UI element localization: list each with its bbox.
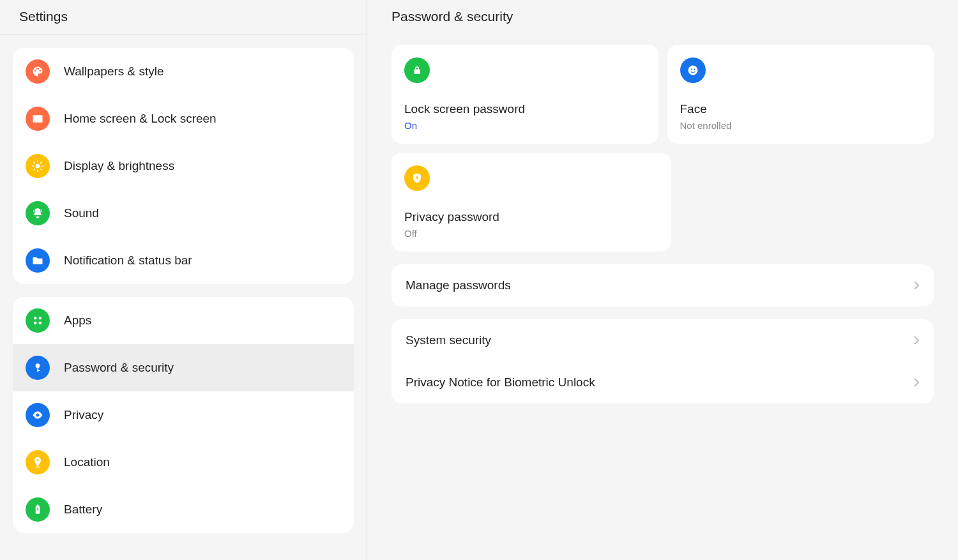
svg-rect-15 [416, 178, 418, 179]
shield-icon [404, 165, 430, 191]
sidebar-item-sound[interactable]: Sound [13, 190, 354, 237]
sidebar-item-label: Wallpapers & style [64, 64, 164, 79]
svg-point-8 [35, 466, 40, 468]
list-label: Manage passwords [406, 278, 511, 292]
sidebar-item-label: Sound [64, 206, 99, 220]
sidebar-item-label: Privacy [64, 408, 103, 422]
svg-point-13 [694, 68, 695, 70]
sidebar-item-wallpapers[interactable]: Wallpapers & style [13, 48, 354, 95]
chevron-right-icon [913, 335, 920, 345]
list-card-1: Manage passwords [392, 264, 934, 306]
sidebar-group-2: Apps Password & security Privacy Locatio… [13, 297, 354, 533]
card-status: Not enrolled [680, 120, 922, 131]
folder-icon [26, 248, 50, 273]
sidebar-item-notification[interactable]: Notification & status bar [13, 237, 354, 284]
image-icon [26, 107, 50, 131]
detail-pane: Password & security Lock screen password… [367, 0, 958, 560]
sidebar-item-label: Home screen & Lock screen [64, 112, 217, 126]
svg-point-5 [36, 363, 40, 368]
lock-icon [404, 57, 430, 83]
pin-icon [26, 450, 50, 474]
sidebar-group-1: Wallpapers & style Home screen & Lock sc… [13, 48, 354, 284]
sidebar-item-display[interactable]: Display & brightness [13, 142, 354, 190]
list-label: Privacy Notice for Biometric Unlock [406, 375, 595, 390]
bell-icon [26, 201, 50, 225]
eye-icon [26, 403, 50, 427]
card-row-2: Privacy password Off [392, 153, 934, 252]
sidebar-item-security[interactable]: Password & security [13, 344, 354, 391]
card-status: Off [404, 228, 658, 239]
list-item-privacy-notice[interactable]: Privacy Notice for Biometric Unlock [392, 361, 934, 404]
list-item-manage-passwords[interactable]: Manage passwords [392, 264, 934, 306]
palette-icon [26, 59, 50, 84]
card-title: Privacy password [404, 210, 658, 224]
card-placeholder [680, 153, 934, 252]
sidebar-title: Settings [0, 0, 367, 35]
sidebar-item-label: Apps [64, 314, 91, 328]
settings-sidebar: Settings Wallpapers & style Home screen … [0, 0, 367, 560]
card-lockscreen[interactable]: Lock screen password On [392, 45, 658, 144]
list-card-2: System security Privacy Notice for Biome… [392, 319, 934, 404]
sidebar-item-location[interactable]: Location [13, 439, 354, 486]
card-privacy-password[interactable]: Privacy password Off [392, 153, 671, 252]
chevron-right-icon [913, 280, 920, 291]
svg-rect-6 [37, 367, 38, 372]
sidebar-item-homescreen[interactable]: Home screen & Lock screen [13, 95, 354, 142]
sidebar-item-battery[interactable]: Battery [13, 486, 354, 533]
card-status: On [404, 120, 646, 131]
sidebar-item-label: Location [64, 455, 110, 469]
grid-icon [26, 308, 50, 333]
sidebar-item-label: Password & security [64, 361, 174, 375]
chevron-right-icon [913, 377, 920, 388]
battery-icon [26, 497, 50, 522]
sun-icon [26, 154, 50, 178]
svg-rect-7 [37, 370, 40, 371]
key-icon [26, 356, 50, 380]
svg-rect-10 [36, 505, 38, 506]
svg-point-12 [690, 68, 692, 70]
face-icon [680, 57, 706, 83]
sidebar-item-apps[interactable]: Apps [13, 297, 354, 344]
card-row-1: Lock screen password On Face Not enrolle… [392, 45, 934, 144]
detail-title: Password & security [392, 0, 934, 45]
svg-rect-3 [34, 322, 36, 324]
card-title: Face [680, 102, 922, 116]
svg-point-11 [688, 66, 697, 75]
card-face[interactable]: Face Not enrolled [667, 45, 934, 144]
list-item-system-security[interactable]: System security [392, 319, 934, 361]
svg-rect-4 [39, 322, 42, 324]
svg-rect-2 [39, 317, 42, 319]
svg-point-0 [36, 164, 40, 169]
sidebar-item-privacy[interactable]: Privacy [13, 391, 354, 439]
svg-rect-1 [34, 317, 36, 319]
sidebar-item-label: Display & brightness [64, 159, 174, 173]
sidebar-item-label: Battery [64, 503, 102, 517]
card-title: Lock screen password [404, 102, 646, 116]
sidebar-item-label: Notification & status bar [64, 254, 192, 268]
list-label: System security [406, 333, 491, 347]
